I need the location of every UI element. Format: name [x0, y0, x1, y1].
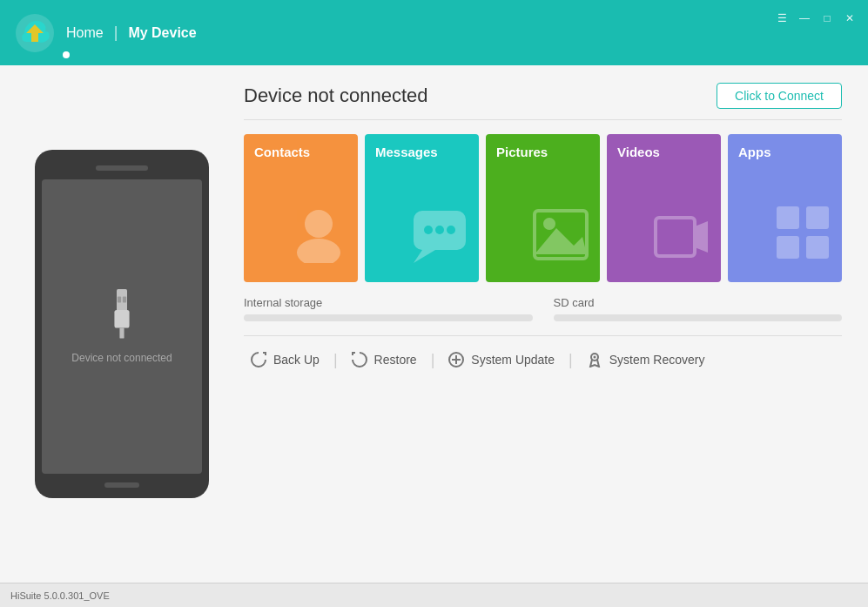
update-icon [448, 352, 464, 368]
pictures-card[interactable]: Pictures [486, 134, 600, 282]
phone-bottom [104, 482, 139, 488]
tool-sep-1: | [326, 351, 345, 369]
maximize-button[interactable]: □ [819, 10, 835, 26]
svg-point-14 [543, 218, 555, 230]
nav-links: Home | My Device [66, 24, 197, 42]
apps-card-label: Apps [728, 134, 842, 170]
svg-rect-18 [777, 206, 799, 229]
svg-rect-16 [656, 218, 695, 256]
sdcard-storage-bar [554, 314, 843, 321]
messages-card-icon [409, 206, 470, 273]
recovery-label: System Recovery [609, 353, 705, 367]
app-logo [14, 12, 56, 54]
internal-storage-label: Internal storage [244, 296, 533, 309]
svg-point-11 [435, 226, 444, 234]
sdcard-storage-label: SD card [554, 296, 843, 309]
feature-cards: Contacts Messages [244, 134, 842, 282]
close-button[interactable]: ✕ [842, 10, 858, 26]
phone-status-text: Device not connected [71, 352, 172, 364]
backup-label: Back Up [273, 353, 320, 367]
sdcard-storage: SD card [554, 296, 843, 321]
phone-container: Device not connected [26, 83, 218, 565]
restore-label: Restore [374, 353, 417, 367]
main-content: Device not connected Device not connecte… [0, 65, 868, 583]
svg-rect-2 [114, 310, 129, 328]
titlebar: Home | My Device ☰ — □ ✕ [0, 0, 868, 65]
phone-screen: Device not connected [42, 179, 202, 474]
svg-rect-4 [118, 297, 121, 303]
restore-tool[interactable]: Restore [345, 348, 424, 371]
pictures-card-label: Pictures [486, 134, 600, 170]
recovery-icon [587, 352, 602, 368]
videos-card-label: Videos [607, 134, 721, 170]
contacts-card-label: Contacts [244, 134, 358, 170]
tool-sep-2: | [424, 351, 442, 369]
update-tool[interactable]: System Update [441, 348, 562, 371]
phone-speaker [96, 165, 148, 171]
bottom-tools: Back Up | Restore | System Update | [244, 335, 842, 371]
backup-icon [251, 352, 266, 368]
tool-sep-3: | [562, 351, 580, 369]
menu-button[interactable]: ☰ [774, 10, 790, 26]
svg-rect-21 [806, 236, 829, 259]
right-panel: Device not connected Click to Connect Co… [244, 83, 842, 565]
internal-storage: Internal storage [244, 296, 533, 321]
version-text: HiSuite 5.0.0.301_OVE [10, 590, 110, 601]
svg-marker-17 [695, 221, 708, 253]
svg-marker-15 [535, 228, 587, 254]
svg-marker-9 [414, 250, 435, 263]
usb-icon [100, 289, 144, 341]
nav-home[interactable]: Home [66, 25, 104, 41]
pictures-card-icon [530, 206, 591, 273]
svg-rect-20 [777, 236, 799, 259]
contacts-card-icon [288, 202, 349, 273]
svg-rect-3 [119, 328, 124, 339]
internal-storage-bar [244, 314, 533, 321]
svg-rect-19 [806, 206, 829, 229]
videos-card[interactable]: Videos [607, 134, 721, 282]
minimize-button[interactable]: — [797, 10, 812, 26]
update-label: System Update [471, 353, 555, 367]
contacts-card[interactable]: Contacts [244, 134, 358, 282]
apps-card-icon [772, 202, 833, 273]
statusbar: HiSuite 5.0.0.301_OVE [0, 583, 868, 607]
restore-icon [352, 352, 367, 368]
svg-point-6 [305, 210, 333, 238]
connect-button[interactable]: Click to Connect [717, 83, 842, 109]
svg-point-26 [593, 356, 595, 359]
svg-point-7 [297, 239, 340, 263]
svg-point-10 [424, 226, 433, 234]
window-controls: ☰ — □ ✕ [774, 10, 858, 26]
messages-card[interactable]: Messages [365, 134, 479, 282]
videos-card-icon [651, 211, 712, 273]
phone-mockup: Device not connected [35, 150, 209, 498]
messages-card-label: Messages [365, 134, 479, 170]
device-title: Device not connected [244, 84, 428, 107]
storage-section: Internal storage SD card [244, 296, 842, 321]
svg-rect-5 [123, 297, 126, 303]
recovery-tool[interactable]: System Recovery [580, 348, 712, 371]
svg-point-12 [447, 226, 455, 234]
apps-card[interactable]: Apps [728, 134, 842, 282]
device-header: Device not connected Click to Connect [244, 83, 842, 120]
nav-mydevice[interactable]: My Device [128, 25, 196, 41]
nav-dot [63, 51, 70, 58]
backup-tool[interactable]: Back Up [244, 348, 326, 371]
nav-separator: | [114, 24, 118, 42]
